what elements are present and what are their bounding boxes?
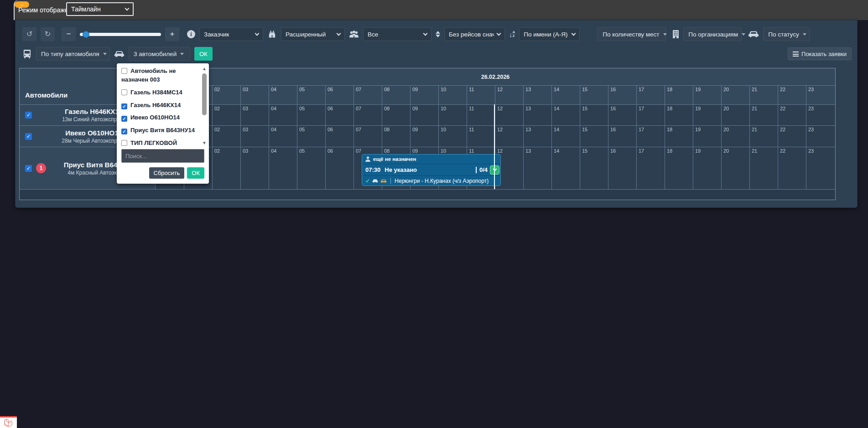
grid-cell-14[interactable]: 14 <box>551 147 580 189</box>
grid-cell-11[interactable]: 11 <box>467 126 495 147</box>
scroll-down-icon[interactable]: ▼ <box>202 140 207 145</box>
all-filter-select[interactable]: Все <box>363 27 431 41</box>
popup-item[interactable]: ✓Газель Н646КХ14 <box>121 101 197 110</box>
grid-cell-23[interactable]: 23 <box>806 105 834 125</box>
popup-ok-button[interactable]: ОК <box>187 167 204 179</box>
grid-cell-22[interactable]: 22 <box>778 105 806 125</box>
vehicle-checkbox[interactable]: ✓ <box>25 112 32 119</box>
grid-cell-17[interactable]: 17 <box>636 147 665 189</box>
grid-cell-06[interactable]: 06 <box>325 126 353 147</box>
grid-cell-06[interactable]: 06 <box>325 105 353 125</box>
grid-cell-05[interactable]: 05 <box>297 105 325 125</box>
zoom-in-button[interactable]: + <box>165 27 179 41</box>
popup-item[interactable]: Автомобиль не назначен 003 <box>121 67 197 84</box>
timeline-scrollbar[interactable] <box>20 189 835 200</box>
grid-cell-18[interactable]: 18 <box>665 126 693 147</box>
checkbox-checked[interactable]: ✓ <box>121 129 127 134</box>
vehicle-checkbox[interactable]: ✓ <box>25 133 32 140</box>
popup-item[interactable]: ТИП ЛЕГКОВОЙ <box>121 139 197 147</box>
grid-cell-04[interactable]: 04 <box>269 126 297 147</box>
grid-cell-15[interactable]: 15 <box>580 147 608 189</box>
popup-item[interactable]: ✓Ивеко О610НО14 <box>121 113 197 122</box>
grid-cell-10[interactable]: 10 <box>438 126 467 147</box>
grid-cell-03[interactable]: 03 <box>240 105 269 125</box>
grid-cell-17[interactable]: 17 <box>636 105 665 125</box>
grid-cell-16[interactable]: 16 <box>608 126 636 147</box>
grid-cell-09[interactable]: 09 <box>410 105 438 125</box>
customer-select[interactable]: Заказчик <box>199 27 263 41</box>
grid-cell-19[interactable]: 19 <box>693 126 721 147</box>
grid-cell-08[interactable]: 08 <box>382 105 410 125</box>
grid-cell-05[interactable]: 05 <box>297 147 325 189</box>
grid-cell-15[interactable]: 15 <box>580 126 608 147</box>
grid-cell-18[interactable]: 18 <box>665 147 693 189</box>
checkbox-unchecked[interactable] <box>121 89 127 95</box>
popup-item[interactable]: Газель Н384МС14 <box>121 88 197 97</box>
vehicle-checkbox[interactable]: ✓ <box>25 165 32 172</box>
grid-cell-08[interactable]: 08 <box>382 126 410 147</box>
detail-mode-select[interactable]: Расширенный <box>281 27 345 41</box>
grid-cell-07[interactable]: 07 <box>353 126 382 147</box>
grid-cell-21[interactable]: 21 <box>749 105 778 125</box>
grid-cell-03[interactable]: 03 <box>240 147 269 189</box>
grid-cell-14[interactable]: 14 <box>551 126 580 147</box>
grid-cell-07[interactable]: 07 <box>353 105 382 125</box>
grid-cell-20[interactable]: 20 <box>721 126 749 147</box>
grid-cell-15[interactable]: 15 <box>580 105 608 125</box>
grid-cell-19[interactable]: 19 <box>693 105 721 125</box>
grid-cell-02[interactable]: 02 <box>212 105 240 125</box>
grid-cell-20[interactable]: 20 <box>721 105 749 125</box>
by-vehicle-type-dropdown[interactable]: По типу автомобиля <box>36 47 110 61</box>
zoom-out-button[interactable]: − <box>62 27 76 41</box>
grid-cell-04[interactable]: 04 <box>269 147 297 189</box>
scrollbar-thumb[interactable] <box>202 73 207 115</box>
debugbar-toggle[interactable] <box>0 416 17 428</box>
slider-track[interactable] <box>80 33 161 36</box>
grid-cell-18[interactable]: 18 <box>665 105 693 125</box>
display-mode-select[interactable]: Таймлайн <box>66 2 134 16</box>
grid-cell-23[interactable]: 23 <box>806 126 834 147</box>
undo-button[interactable]: ↺ <box>22 27 36 41</box>
grid-cell-20[interactable]: 20 <box>721 147 749 189</box>
grid-cell-03[interactable]: 03 <box>240 126 269 147</box>
checkbox-checked[interactable]: ✓ <box>121 116 127 122</box>
flights-order-select[interactable]: Без рейсов сначал <box>444 27 505 41</box>
grid-cell-09[interactable]: 09 <box>410 126 438 147</box>
grid-cell-13[interactable]: 13 <box>523 105 551 125</box>
popup-search-input[interactable] <box>121 149 204 163</box>
grid-cell-19[interactable]: 19 <box>693 147 721 189</box>
grid-cell-21[interactable]: 21 <box>749 126 778 147</box>
checkbox-unchecked[interactable] <box>121 68 127 74</box>
grid-cell-14[interactable]: 14 <box>551 105 580 125</box>
grid-cell-06[interactable]: 06 <box>325 147 353 189</box>
redo-button[interactable]: ↻ <box>41 27 55 41</box>
show-requests-button[interactable]: Показать заявки <box>788 47 852 60</box>
vehicles-filter-dropdown[interactable]: 3 автомобилей <box>129 47 190 61</box>
grid-cell-21[interactable]: 21 <box>749 147 778 189</box>
slider-handle[interactable] <box>83 31 89 38</box>
checkbox-unchecked[interactable] <box>121 140 127 146</box>
grid-cell-12[interactable]: 12 <box>495 105 523 125</box>
grid-cell-11[interactable]: 11 <box>467 105 495 125</box>
by-organizations-dropdown[interactable]: По организациям <box>683 27 742 41</box>
grid-cell-13[interactable]: 13 <box>523 147 551 189</box>
grid-cell-22[interactable]: 22 <box>778 147 806 189</box>
by-seats-dropdown[interactable]: По количеству мест <box>598 27 666 41</box>
grid-cell-02[interactable]: 02 <box>212 147 240 189</box>
scroll-up-icon[interactable]: ▲ <box>202 66 207 71</box>
grid-cell-23[interactable]: 23 <box>806 147 834 189</box>
name-sort-select[interactable]: По имени (А-Я) <box>519 27 580 41</box>
grid-cell-13[interactable]: 13 <box>523 126 551 147</box>
zoom-slider[interactable] <box>80 27 161 41</box>
grid-cell-17[interactable]: 17 <box>636 126 665 147</box>
grid-cell-16[interactable]: 16 <box>608 147 636 189</box>
grid-cell-16[interactable]: 16 <box>608 105 636 125</box>
grid-cell-12[interactable]: 12 <box>495 126 523 147</box>
grid-cell-10[interactable]: 10 <box>438 105 467 125</box>
checkbox-checked[interactable]: ✓ <box>121 103 127 109</box>
grid-cell-05[interactable]: 05 <box>297 126 325 147</box>
by-status-dropdown[interactable]: По статусу <box>763 27 810 41</box>
grid-cell-02[interactable]: 02 <box>212 126 240 147</box>
popup-reset-button[interactable]: Сбросить <box>149 167 185 179</box>
grid-cell-22[interactable]: 22 <box>778 126 806 147</box>
